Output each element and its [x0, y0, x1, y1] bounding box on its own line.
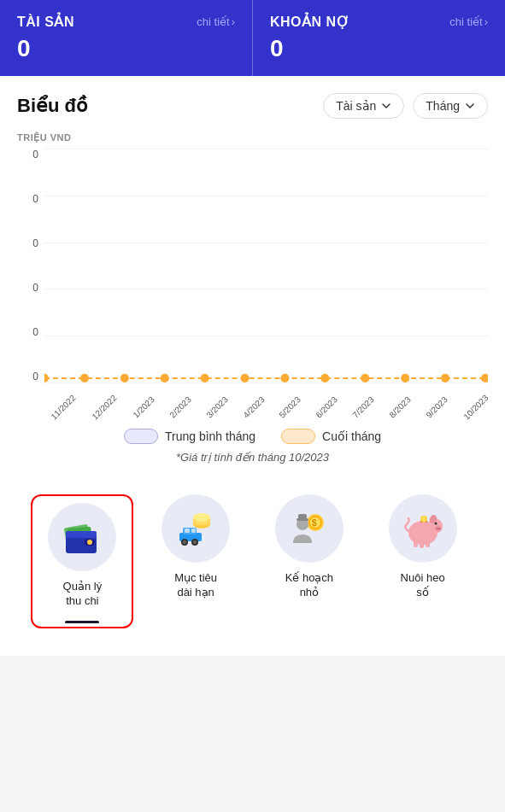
nav-indicator-quan-ly [65, 621, 99, 623]
x-label-2: 12/2022 [91, 393, 119, 421]
y-axis: 0 0 0 0 0 0 [17, 149, 43, 383]
svg-point-30 [183, 540, 186, 544]
svg-point-3 [120, 374, 129, 383]
svg-point-9 [361, 374, 369, 383]
chevron-down-icon [381, 101, 391, 111]
legend-avg: Trung bình tháng [124, 429, 255, 444]
chart-title: Biểu đồ [17, 95, 87, 117]
chart-period-select[interactable]: Tháng [413, 93, 488, 119]
svg-point-42 [438, 528, 440, 529]
x-label-8: 6/2023 [314, 394, 339, 419]
svg-rect-26 [185, 529, 190, 533]
nav-item-muc-tieu[interactable]: Mục tiêudài hạn [144, 494, 247, 600]
nav-icon-ke-hoach: $ [275, 494, 344, 563]
assets-card[interactable]: TÀI SẢN chi tiết › 0 [0, 0, 253, 76]
x-label-11: 9/2023 [424, 394, 449, 419]
piggy-icon [402, 507, 444, 550]
svg-point-5 [201, 374, 209, 383]
nav-item-ke-hoach[interactable]: $ Kế hoạchnhỏ [258, 494, 361, 600]
y-label-2: 0 [17, 193, 38, 205]
x-label-6: 4/2023 [241, 394, 266, 419]
assets-detail-link[interactable]: chi tiết › [197, 15, 235, 28]
debt-detail-link[interactable]: chi tiết › [449, 15, 488, 28]
y-label-5: 0 [17, 326, 38, 338]
svg-point-11 [441, 374, 449, 383]
svg-point-18 [87, 540, 92, 545]
legend-end-label: Cuối tháng [322, 429, 381, 443]
chart-legend: Trung bình tháng Cuối tháng [17, 429, 488, 444]
svg-point-47 [421, 517, 426, 522]
x-axis: 11/2022 12/2022 1/2023 2/2023 3/2023 4/2… [44, 383, 488, 413]
nav-icon-quan-ly [48, 503, 116, 571]
legend-end-swatch [281, 429, 315, 444]
chart-header: Biểu đồ Tài sản Tháng [17, 93, 488, 119]
y-label-6: 0 [17, 371, 38, 383]
y-label-1: 0 [17, 149, 38, 161]
x-label-3: 1/2023 [131, 394, 156, 419]
debt-card[interactable]: KHOẢN NỢ chi tiết › 0 [253, 0, 505, 76]
svg-rect-50 [426, 541, 430, 547]
nav-label-quan-ly: Quản lýthu chi [63, 580, 103, 609]
x-label-7: 5/2023 [278, 394, 302, 419]
x-label-1: 11/2022 [49, 393, 77, 421]
svg-text:$: $ [312, 518, 317, 528]
nav-icon-muc-tieu [161, 494, 230, 563]
svg-rect-48 [414, 541, 418, 547]
main-content: Biểu đồ Tài sản Tháng TRIỆU VND 0 0 0 0 … [0, 76, 505, 656]
assets-card-top: TÀI SẢN chi tiết › [17, 14, 235, 30]
svg-point-12 [481, 374, 488, 383]
debt-card-top: KHOẢN NỢ chi tiết › [270, 14, 488, 30]
svg-rect-16 [66, 531, 97, 538]
legend-avg-label: Trung bình tháng [165, 429, 255, 443]
nav-item-quan-ly-thu-chi[interactable]: Quản lýthu chi [31, 494, 133, 628]
x-label-9: 7/2023 [351, 394, 376, 419]
x-labels: 11/2022 12/2022 1/2023 2/2023 3/2023 4/2… [44, 404, 488, 413]
chart-svg [44, 149, 488, 383]
chart-area: 0 0 0 0 0 0 [17, 149, 488, 413]
svg-point-31 [193, 540, 197, 544]
plan-icon: $ [288, 507, 331, 550]
chevron-down-icon-2 [465, 101, 475, 111]
assets-value: 0 [17, 35, 235, 62]
nav-label-muc-tieu: Mục tiêudài hạn [174, 571, 217, 600]
svg-point-23 [193, 513, 210, 522]
x-label-4: 2/2023 [167, 394, 192, 419]
debt-title: KHOẢN NỢ [270, 14, 349, 30]
x-label-5: 3/2023 [204, 394, 229, 419]
bottom-bar [17, 628, 488, 656]
svg-point-10 [401, 374, 409, 383]
svg-point-8 [320, 374, 329, 383]
goal-icon [174, 507, 217, 550]
wallet-icon [61, 516, 103, 558]
svg-point-1 [44, 374, 49, 383]
chart-unit-label: TRIỆU VND [17, 132, 488, 143]
svg-rect-49 [420, 542, 424, 548]
nav-label-ke-hoach: Kế hoạchnhỏ [285, 571, 333, 600]
y-label-4: 0 [17, 282, 38, 294]
svg-point-7 [280, 374, 289, 383]
svg-point-41 [437, 528, 438, 529]
svg-point-2 [80, 374, 89, 383]
debt-value: 0 [270, 35, 488, 62]
svg-rect-27 [191, 529, 196, 533]
svg-point-6 [241, 374, 250, 383]
chart-controls: Tài sản Tháng [323, 93, 488, 119]
x-label-10: 8/2023 [387, 394, 412, 419]
chart-note: *Giá trị tính đến tháng 10/2023 [17, 451, 488, 464]
nav-item-nuoi-heo[interactable]: Nuôi heosố [372, 494, 474, 600]
nav-label-nuoi-heo: Nuôi heosố [401, 571, 445, 600]
assets-title: TÀI SẢN [17, 14, 74, 30]
svg-point-43 [434, 523, 437, 525]
svg-rect-37 [298, 514, 307, 519]
header: TÀI SẢN chi tiết › 0 KHOẢN NỢ chi tiết ›… [0, 0, 505, 76]
bottom-nav: Quản lýthu chi [17, 481, 488, 628]
chart-type-select[interactable]: Tài sản [323, 93, 404, 119]
legend-avg-swatch [124, 429, 158, 444]
nav-icon-nuoi-heo [389, 494, 457, 563]
svg-point-4 [161, 374, 169, 383]
chart-grid [44, 149, 488, 383]
y-label-3: 0 [17, 237, 38, 249]
x-label-12: 10/2023 [461, 393, 490, 421]
legend-end: Cuối tháng [281, 429, 381, 444]
